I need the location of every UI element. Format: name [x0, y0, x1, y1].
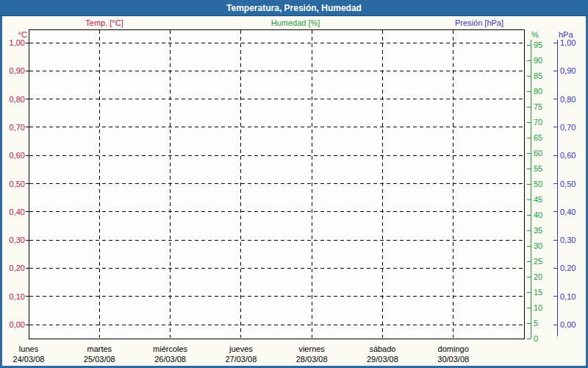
temp-axis-tick-label: 0,60	[10, 151, 25, 160]
humidity-axis-tick-label: 10	[534, 303, 542, 312]
pressure-axis-tick-label: 0,80	[560, 95, 576, 104]
humidity-axis-tick-label: 55	[534, 164, 542, 173]
pressure-axis-tick-label: 1,00	[560, 38, 576, 47]
day-name-label: jueves	[229, 344, 253, 353]
humidity-axis-tick-label: 80	[534, 87, 542, 96]
temp-axis-tick-label: 1,00	[10, 38, 25, 47]
day-date-label: 28/03/08	[296, 355, 328, 364]
day-name-label: domingo	[438, 344, 469, 353]
day-date-label: 25/03/08	[84, 355, 115, 364]
pressure-axis-tick-label: 0,30	[560, 236, 576, 244]
temp-axis-tick-label: 0,40	[10, 208, 25, 216]
day-name-label: lunes	[19, 344, 39, 353]
pressure-axis-tick-label: 0,70	[560, 123, 576, 132]
pressure-axis-unit: hPa	[559, 30, 573, 39]
humidity-axis-unit: %	[531, 30, 539, 39]
humidity-axis-tick-label: 70	[534, 118, 542, 127]
humidity-axis-tick-label: 25	[534, 257, 542, 266]
day-name-label: viernes	[298, 344, 325, 353]
day-date-label: 26/03/08	[154, 355, 186, 364]
humidity-axis-tick-label: 5	[534, 319, 538, 328]
temp-axis-tick-label: 0,10	[10, 292, 25, 301]
day-date-label: 29/03/08	[367, 355, 398, 364]
pressure-axis-tick-label: 0,40	[560, 208, 576, 216]
pressure-axis-tick-label: 0,60	[560, 151, 576, 160]
temp-axis-tick-label: 0,30	[10, 236, 25, 244]
day-name-label: martes	[87, 344, 112, 353]
pressure-axis-tick-label: 0,10	[560, 292, 576, 301]
pressure-axis-tick-label: 0,50	[560, 180, 576, 188]
temp-axis-tick-label: 0,50	[10, 180, 25, 188]
pressure-axis-tick-label: 0,00	[560, 320, 576, 329]
weather-chart-window: Temperatura, Presión, Humedad Temp. [°C]…	[0, 0, 588, 368]
humidity-axis-tick-label: 90	[534, 56, 542, 65]
temp-axis-tick-label: 0,70	[10, 123, 25, 132]
humidity-axis-tick-label: 15	[534, 288, 542, 297]
temp-axis-tick-label: 0,20	[10, 263, 25, 272]
humidity-axis-tick-label: 85	[534, 71, 542, 80]
humidity-axis-tick-label: 20	[534, 272, 542, 281]
humidity-axis-tick-label: 40	[534, 210, 542, 219]
temp-axis-tick-label: 0,90	[10, 66, 25, 75]
day-name-label: miércoles	[153, 344, 188, 353]
humidity-axis-tick-label: 35	[534, 226, 542, 235]
humidity-axis-tick-label: 60	[534, 149, 542, 158]
pressure-axis-tick-label: 0,90	[560, 66, 576, 75]
humidity-axis-tick-label: 65	[534, 133, 542, 142]
day-date-label: 24/03/08	[13, 355, 45, 364]
humidity-axis-tick-label: 30	[534, 241, 542, 250]
humidity-axis-tick-label: 0	[534, 334, 538, 343]
day-date-label: 27/03/08	[225, 355, 257, 364]
humidity-axis-tick-label: 95	[534, 40, 542, 49]
temp-axis-unit: °C	[18, 30, 27, 39]
humidity-axis-tick-label: 45	[534, 195, 542, 204]
day-date-label: 30/03/08	[437, 355, 469, 364]
temp-axis-tick-label: 0,80	[10, 95, 25, 104]
humidity-axis-tick-label: 50	[534, 180, 542, 188]
temp-axis-tick-label: 0,00	[10, 320, 25, 329]
day-name-label: sábado	[369, 344, 395, 353]
pressure-axis-tick-label: 0,20	[560, 263, 576, 272]
chart-canvas: 1,000,900,800,700,600,500,400,300,200,10…	[0, 0, 588, 368]
humidity-axis-tick-label: 75	[534, 102, 542, 111]
